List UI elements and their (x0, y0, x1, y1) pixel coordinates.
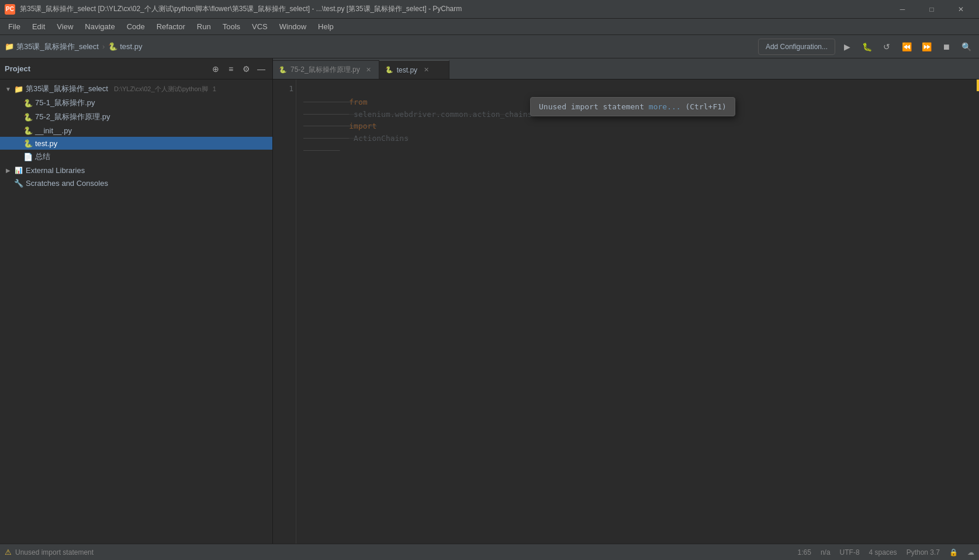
tree-label-test: test.py (35, 139, 57, 148)
menu-edit[interactable]: Edit (26, 20, 51, 33)
search-everywhere-button[interactable]: 🔍 (958, 39, 974, 55)
status-bar: ⚠ Unused import statement 1:65 n/a UTF-8… (0, 544, 979, 560)
tooltip-shortcut: (Ctrl+F1) (685, 102, 726, 111)
tree-arrow-summary (14, 153, 21, 160)
sidebar: Project ⊕ ≡ ⚙ — ▼ 📁 第35课_鼠标操作_select D:\… (0, 58, 273, 544)
close-button[interactable]: ✕ (947, 0, 974, 19)
tree-label-75-2: 75-2_鼠标操作原理.py (35, 112, 110, 122)
tree-item-ext-libs[interactable]: ▶ 📊 External Libraries (0, 164, 272, 177)
tab-close-75-2[interactable]: ✕ (365, 66, 373, 74)
locate-file-button[interactable]: ⊕ (209, 63, 222, 75)
menu-navigate[interactable]: Navigate (79, 20, 120, 33)
menu-run[interactable]: Run (191, 20, 217, 33)
tree-item-init[interactable]: 🐍 __init__.py (0, 124, 272, 137)
tree-label-summary: 总结 (35, 151, 50, 162)
tooltip-more-link[interactable]: more... (649, 102, 681, 111)
tab-icon-75-2: 🐍 (279, 66, 287, 74)
tooltip-text: Unused import statement (539, 102, 644, 111)
menu-tools[interactable]: Tools (217, 20, 246, 33)
tree-arrow-init (14, 127, 21, 134)
status-selection[interactable]: n/a (821, 548, 831, 556)
python-file-icon-75-1: 🐍 (23, 98, 33, 108)
tree-item-test[interactable]: 🐍 test.py (0, 137, 272, 150)
toolbar: 📁 第35课_鼠标操作_select › 🐍 test.py Add Confi… (0, 35, 979, 58)
refresh-button[interactable]: ↺ (878, 39, 895, 55)
lock-icon: 🔒 (949, 548, 958, 556)
menu-refactor[interactable]: Refactor (151, 20, 191, 33)
window-controls: ─ □ ✕ (889, 0, 974, 19)
tab-icon-test: 🐍 (385, 66, 393, 74)
code-area[interactable]: from selenium.webdriver.common.action_ch… (296, 79, 979, 544)
tab-test[interactable]: 🐍 test.py ✕ (379, 60, 449, 79)
breadcrumb-separator: › (102, 42, 105, 51)
python-file-icon-init: 🐍 (23, 126, 33, 135)
file-name[interactable]: test.py (120, 42, 142, 51)
sidebar-title: Project (5, 64, 207, 73)
menu-help[interactable]: Help (312, 20, 340, 33)
main-layout: Project ⊕ ≡ ⚙ — ▼ 📁 第35课_鼠标操作_select D:\… (0, 58, 979, 544)
folder-icon: 📁 (5, 42, 14, 51)
tree-arrow-test (14, 140, 21, 147)
menu-window[interactable]: Window (274, 20, 312, 33)
tab-bar: 🐍 75-2_鼠标操作原理.py ✕ 🐍 test.py ✕ (273, 58, 979, 79)
app-icon: PC (5, 4, 15, 15)
maximize-button[interactable]: □ (918, 0, 945, 19)
status-position[interactable]: 1:65 (798, 548, 811, 556)
back-button[interactable]: ⏪ (898, 39, 915, 55)
tab-label-75-2: 75-2_鼠标操作原理.py (290, 65, 360, 75)
tree-linenum-root: 1 (213, 85, 216, 92)
stop-button[interactable]: ⏹ (938, 39, 954, 55)
tree-item-root[interactable]: ▼ 📁 第35课_鼠标操作_select D:\YLZ\cx\02_个人测试\p… (0, 82, 272, 96)
folder-icon-root: 📁 (14, 84, 23, 94)
tree-item-75-2[interactable]: 🐍 75-2_鼠标操作原理.py (0, 110, 272, 124)
line-numbers: 1 (273, 79, 296, 544)
editor-content: 1 from selenium.webdriver.common.action_… (273, 79, 979, 544)
cloud-icon: ☁ (967, 548, 974, 556)
scratch-icon: 🔧 (14, 178, 23, 188)
file-icon-summary: 📄 (23, 152, 33, 161)
tab-close-test[interactable]: ✕ (422, 66, 430, 74)
tree-item-scratches[interactable]: 🔧 Scratches and Consoles (0, 177, 272, 189)
status-encoding[interactable]: UTF-8 (840, 548, 860, 556)
menu-vcs[interactable]: VCS (246, 20, 274, 33)
tree-arrow-root: ▼ (5, 85, 12, 92)
python-file-icon-test: 🐍 (23, 139, 33, 148)
run-button[interactable]: ▶ (839, 39, 855, 55)
python-icon: 🐍 (108, 42, 117, 51)
tab-75-2[interactable]: 🐍 75-2_鼠标操作原理.py ✕ (273, 60, 379, 79)
code-line-1: from selenium.webdriver.common.action_ch… (303, 84, 972, 157)
tree-label-scratches: Scratches and Consoles (26, 179, 108, 188)
minimize-button[interactable]: ─ (889, 0, 916, 19)
warning-icon: ⚠ (5, 548, 12, 556)
title-bar: PC 第35课_鼠标操作_select [D:\YLZ\cx\02_个人测试\p… (0, 0, 979, 19)
status-python-version[interactable]: Python 3.7 (907, 548, 940, 556)
tree-item-75-1[interactable]: 🐍 75-1_鼠标操作.py (0, 96, 272, 110)
tree-arrow-75-1 (14, 99, 21, 106)
sidebar-header: Project ⊕ ≡ ⚙ — (0, 58, 272, 79)
menu-code[interactable]: Code (121, 20, 151, 33)
editor-area: 🐍 75-2_鼠标操作原理.py ✕ 🐍 test.py ✕ 1 from se… (273, 58, 979, 544)
sidebar-tree: ▼ 📁 第35课_鼠标操作_select D:\YLZ\cx\02_个人测试\p… (0, 79, 272, 544)
tree-arrow-scratches (5, 179, 12, 186)
library-icon: 📊 (14, 165, 23, 175)
tree-label-75-1: 75-1_鼠标操作.py (35, 98, 95, 108)
status-warning: ⚠ Unused import statement (5, 548, 94, 556)
tree-item-summary[interactable]: 📄 总结 (0, 150, 272, 164)
add-configuration-button[interactable]: Add Configuration... (758, 39, 835, 55)
project-name[interactable]: 第35课_鼠标操作_select (16, 42, 99, 52)
yellow-warning-indicator (977, 79, 979, 91)
tree-label-root: 第35课_鼠标操作_select (26, 84, 108, 94)
expand-all-button[interactable]: ≡ (224, 63, 237, 75)
tree-arrow-ext-libs: ▶ (5, 167, 12, 174)
debug-button[interactable]: 🐛 (859, 39, 875, 55)
collapse-sidebar-button[interactable]: — (255, 63, 268, 75)
tree-arrow-75-2 (14, 113, 21, 120)
menu-view[interactable]: View (51, 20, 79, 33)
status-indent[interactable]: 4 spaces (869, 548, 897, 556)
menu-file[interactable]: File (2, 20, 26, 33)
tab-label-test: test.py (397, 66, 417, 74)
settings-button[interactable]: ⚙ (240, 63, 252, 75)
breadcrumb: 📁 第35课_鼠标操作_select › 🐍 test.py (5, 42, 143, 52)
tree-path-root: D:\YLZ\cx\02_个人测试\python脚 (114, 85, 208, 94)
forward-button[interactable]: ⏩ (918, 39, 935, 55)
